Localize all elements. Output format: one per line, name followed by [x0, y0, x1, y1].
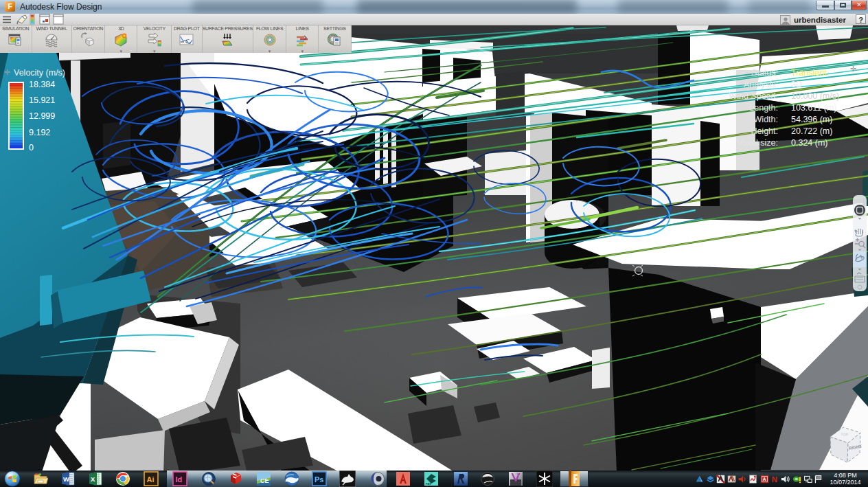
svg-text:20.722 (m): 20.722 (m)	[791, 126, 832, 136]
svg-text:Status:: Status:	[751, 68, 778, 78]
svg-text:54.396 (m): 54.396 (m)	[791, 115, 832, 124]
svg-text:Voxel size:: Voxel size:	[737, 138, 778, 148]
svg-text:9.192: 9.192	[29, 128, 50, 137]
svg-text:TOP: TOP	[841, 432, 849, 437]
svg-text:N: N	[772, 475, 777, 484]
svg-text:FBX: FBX	[426, 482, 431, 486]
svg-text:X: X	[91, 475, 95, 483]
svg-text:10.000 (m/s): 10.000 (m/s)	[791, 91, 839, 101]
svg-text:Ps: Ps	[315, 475, 323, 484]
svg-text:✛: ✛	[850, 65, 856, 73]
svg-text:15.921: 15.921	[29, 95, 55, 105]
svg-text:Height:: Height:	[751, 126, 778, 136]
svg-text:Width:: Width:	[754, 115, 778, 124]
svg-text:Wind Speed:: Wind Speed:	[729, 91, 778, 101]
svg-text:Ai: Ai	[147, 475, 155, 484]
svg-text:12.999: 12.999	[29, 111, 55, 121]
svg-text:✛: ✛	[4, 68, 10, 76]
svg-text:3D: 3D	[791, 80, 802, 89]
svg-text:Velocity (m/s): Velocity (m/s)	[14, 68, 65, 78]
svg-text:CE: CE	[260, 477, 269, 484]
svg-text:Analysis:: Analysis:	[744, 80, 778, 89]
svg-text:103.611 (m): 103.611 (m)	[791, 103, 836, 113]
svg-text:A: A	[763, 477, 766, 482]
svg-text:Length:: Length:	[749, 103, 778, 113]
svg-text:W: W	[63, 475, 69, 483]
svg-text:0: 0	[29, 143, 34, 152]
svg-text:18.384: 18.384	[29, 80, 55, 89]
svg-text:0.324 (m): 0.324 (m)	[791, 138, 828, 148]
svg-text:Id: Id	[176, 475, 183, 484]
svg-text:Transient: Transient	[791, 68, 827, 78]
